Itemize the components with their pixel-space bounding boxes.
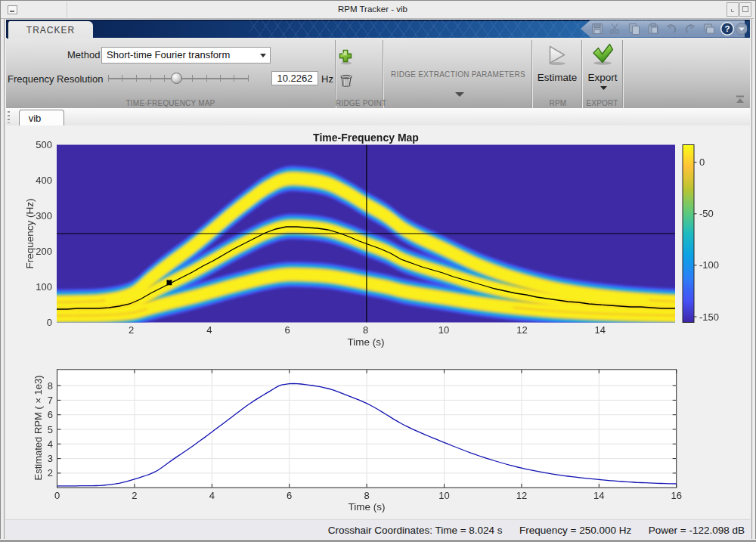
- svg-text:-150: -150: [699, 311, 719, 323]
- svg-text:100: 100: [36, 281, 52, 293]
- svg-text:2: 2: [48, 467, 53, 479]
- svg-text:8: 8: [363, 324, 368, 336]
- svg-text:2: 2: [129, 324, 134, 336]
- svg-text:14: 14: [595, 324, 606, 336]
- svg-text:200: 200: [36, 246, 52, 257]
- svg-text:7: 7: [48, 395, 53, 406]
- svg-text:10: 10: [438, 324, 449, 336]
- svg-text:14: 14: [593, 490, 604, 501]
- svg-text:Frequency (Hz): Frequency (Hz): [24, 198, 36, 268]
- svg-text:6: 6: [287, 490, 292, 501]
- svg-text:500: 500: [36, 139, 52, 150]
- svg-text:4: 4: [206, 324, 212, 336]
- svg-text:2: 2: [132, 490, 137, 501]
- svg-text:8: 8: [364, 490, 369, 501]
- svg-text:10: 10: [438, 490, 449, 501]
- svg-text:0: 0: [54, 490, 60, 501]
- svg-text:16: 16: [671, 490, 681, 501]
- svg-text:300: 300: [36, 210, 52, 221]
- svg-text:Time-Frequency Map: Time-Frequency Map: [313, 132, 419, 144]
- svg-text:5: 5: [48, 424, 53, 435]
- svg-text:400: 400: [36, 175, 52, 186]
- svg-text:4: 4: [209, 490, 215, 501]
- svg-text:Time (s): Time (s): [349, 501, 386, 513]
- svg-text:0: 0: [47, 317, 52, 328]
- svg-text:0: 0: [699, 156, 705, 168]
- svg-text:12: 12: [516, 490, 527, 501]
- svg-text:12: 12: [516, 324, 527, 336]
- svg-text:-50: -50: [699, 208, 714, 219]
- svg-text:4: 4: [48, 438, 53, 450]
- svg-text:6: 6: [48, 409, 53, 420]
- svg-text:Estimated RPM ( × 1e3): Estimated RPM ( × 1e3): [33, 375, 44, 480]
- svg-text:Time (s): Time (s): [348, 336, 385, 348]
- svg-text:6: 6: [285, 324, 290, 336]
- svg-text:-100: -100: [699, 259, 719, 271]
- svg-text:3: 3: [48, 453, 53, 464]
- svg-text:8: 8: [48, 380, 53, 392]
